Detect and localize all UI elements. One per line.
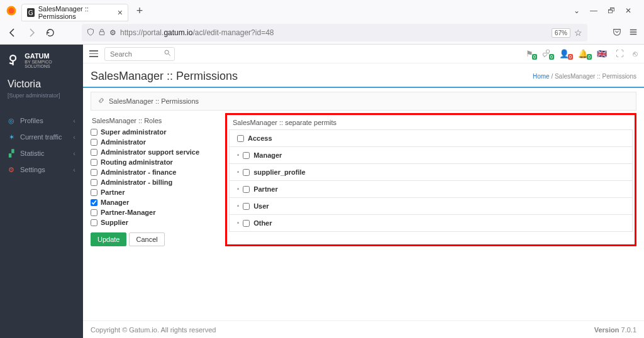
role-label: Supplier: [101, 219, 128, 226]
role-checkbox[interactable]: [91, 199, 97, 206]
topbar-icon-1[interactable]: ⚑0: [526, 49, 533, 58]
chevron-down-icon[interactable]: ⌄: [574, 6, 580, 15]
role-checkbox[interactable]: [91, 189, 97, 196]
svg-point-3: [10, 55, 16, 61]
permit-checkbox[interactable]: [237, 135, 244, 142]
role-label: Administrator - finance: [101, 168, 176, 176]
chevron-left-icon: ‹: [73, 150, 75, 157]
pocket-icon[interactable]: [613, 28, 621, 38]
role-checkbox[interactable]: [91, 159, 97, 166]
url-bar[interactable]: ⚙ https://portal.gatum.io/acl/edit-manag…: [82, 24, 587, 41]
search-icon[interactable]: [164, 50, 171, 58]
sidebar-item-statistic[interactable]: ▞ Statistic ‹: [0, 145, 83, 161]
bookmark-icon[interactable]: ☆: [574, 28, 582, 38]
close-tab-icon[interactable]: ×: [118, 8, 123, 18]
role-item[interactable]: Partner: [91, 187, 220, 197]
permit-item[interactable]: •Other: [229, 215, 633, 232]
permit-item[interactable]: Access: [229, 129, 633, 147]
role-item[interactable]: Administrator - billing: [91, 177, 220, 187]
shield-icon: [87, 28, 94, 38]
lock-icon: [98, 28, 106, 38]
new-tab-button[interactable]: +: [132, 3, 147, 18]
role-item[interactable]: Routing administrator: [91, 157, 220, 167]
footer-copyright: Copyright © Gatum.io. All rights reserve…: [91, 326, 216, 334]
sidebar-item-profiles[interactable]: ◎ Profiles ‹: [0, 112, 83, 129]
settings-icon: ⚙: [109, 28, 116, 37]
breadcrumb-home[interactable]: Home: [533, 73, 550, 80]
nav-back-button[interactable]: [6, 26, 19, 39]
permit-item[interactable]: •supplier_profile: [229, 164, 633, 181]
role-item[interactable]: Super administrator: [91, 127, 220, 137]
cancel-button[interactable]: Cancel: [129, 232, 164, 246]
role-label: Super administrator: [101, 128, 167, 136]
page-title: SalesManager :: Permissions: [91, 70, 238, 83]
role-item[interactable]: Administrator: [91, 137, 220, 147]
tab-title: SalesManager :: Permissions: [38, 5, 114, 20]
sub-header: SalesManager :: Permissions: [91, 92, 636, 111]
topbar-icon-3[interactable]: 👤0: [559, 49, 569, 58]
permit-checkbox[interactable]: [243, 186, 250, 193]
topbar-icon-2[interactable]: 🗪0: [542, 49, 550, 58]
bullet-icon: •: [237, 152, 239, 158]
role-item[interactable]: Administrator support service: [91, 147, 220, 157]
bullet-icon: •: [237, 220, 239, 226]
role-checkbox[interactable]: [91, 149, 97, 156]
sidebar-toggle[interactable]: [89, 50, 98, 58]
nav-reload-button[interactable]: [44, 26, 57, 39]
role-item[interactable]: Supplier: [91, 217, 220, 227]
permit-label: supplier_profile: [253, 168, 306, 176]
role-checkbox[interactable]: [91, 169, 97, 176]
permit-item[interactable]: •Manager: [229, 147, 633, 164]
role-label: Manager: [101, 199, 129, 206]
window-minimize-icon[interactable]: —: [590, 6, 597, 15]
chevron-left-icon: ‹: [73, 117, 75, 124]
permit-checkbox[interactable]: [243, 152, 250, 159]
role-checkbox[interactable]: [91, 139, 97, 146]
topbar-icon-4[interactable]: 🔔0: [578, 49, 588, 58]
role-item[interactable]: Administrator - finance: [91, 167, 220, 177]
sidebar-item-settings[interactable]: ⚙ Settings ‹: [0, 161, 83, 178]
browser-tab[interactable]: G SalesManager :: Permissions ×: [21, 4, 128, 21]
permit-checkbox[interactable]: [243, 169, 250, 176]
flag-icon[interactable]: 🇬🇧: [597, 49, 607, 58]
link-icon: [97, 97, 105, 106]
sidebar-item-label: Statistic: [20, 150, 45, 157]
sidebar-item-traffic[interactable]: ✶ Current traffic ‹: [0, 129, 83, 145]
brand-subtitle: BY SEMPICO SOLUTIONS: [25, 60, 77, 68]
permits-panel: SalesManager :: separate permits Access•…: [225, 113, 636, 246]
role-label: Partner: [101, 188, 125, 196]
window-restore-icon[interactable]: 🗗: [608, 6, 615, 15]
role-checkbox[interactable]: [91, 219, 97, 226]
update-button[interactable]: Update: [91, 232, 126, 246]
permit-item[interactable]: •Partner: [229, 181, 633, 198]
role-checkbox[interactable]: [91, 179, 97, 186]
role-checkbox[interactable]: [91, 129, 97, 136]
chevron-left-icon: ‹: [73, 166, 75, 173]
permit-label: User: [253, 202, 269, 210]
logout-icon[interactable]: ⎋: [633, 49, 638, 58]
brand: GATUM BY SEMPICO SOLUTIONS: [0, 45, 83, 76]
role-checkbox[interactable]: [91, 209, 97, 216]
permit-checkbox[interactable]: [243, 203, 250, 210]
roles-title: SalesManager :: Roles: [91, 114, 220, 127]
profiles-icon: ◎: [8, 117, 15, 124]
permit-item[interactable]: •User: [229, 198, 633, 215]
svg-rect-2: [99, 31, 104, 35]
breadcrumb: Home / SalesManager :: Permissions: [533, 73, 636, 80]
permit-checkbox[interactable]: [243, 220, 250, 227]
zoom-level[interactable]: 67%: [552, 28, 570, 38]
permits-title: SalesManager :: separate permits: [229, 117, 633, 128]
permit-label: Access: [248, 134, 272, 142]
tab-favicon-icon: G: [27, 8, 35, 17]
brand-logo-icon: [6, 53, 19, 67]
bullet-icon: •: [237, 169, 239, 175]
hamburger-menu-icon[interactable]: [629, 28, 638, 38]
role-label: Routing administrator: [101, 158, 173, 166]
user-role: [Super administrator]: [0, 92, 83, 104]
expand-icon[interactable]: ⛶: [616, 49, 624, 58]
settings-nav-icon: ⚙: [8, 166, 15, 173]
role-item[interactable]: Manager: [91, 197, 220, 207]
brand-name: GATUM: [25, 52, 77, 60]
window-close-icon[interactable]: ✕: [625, 6, 631, 15]
role-item[interactable]: Partner-Manager: [91, 207, 220, 217]
